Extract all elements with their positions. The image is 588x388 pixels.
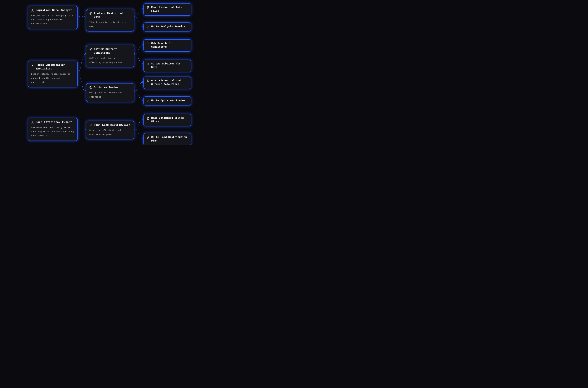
action-title: Write Optimized Routes — [151, 99, 185, 103]
task-node-analyze-historical-data[interactable]: Analyze Historical Data Identify pattern… — [86, 9, 134, 31]
person-icon — [31, 64, 34, 67]
task-desc: Create an efficient load distribution pl… — [89, 128, 131, 137]
svg-point-21 — [32, 121, 33, 122]
agent-node-route-optimization-specialist[interactable]: Route Optimization Specialist Design opt… — [28, 61, 78, 87]
task-check-icon — [89, 123, 92, 126]
task-desc: Identify patterns in shipping data. — [89, 20, 131, 29]
globe-icon — [147, 63, 149, 65]
task-node-plan-load-distribution[interactable]: Plan Load Distribution Create an efficie… — [86, 121, 134, 139]
svg-point-20 — [32, 64, 33, 65]
agent-node-logistics-data-analyst[interactable]: Logistics Data Analyst Analyze historica… — [28, 6, 78, 29]
task-desc: Design optimal routes for shipments. — [89, 91, 131, 99]
task-desc: Collect real-time data affecting shippin… — [89, 56, 131, 64]
action-title: Scrape Websites for Data — [151, 62, 188, 69]
action-node-write-optimized-routes[interactable]: Write Optimized Routes — [144, 97, 191, 105]
agent-title: Route Optimization Specialist — [36, 63, 74, 71]
workflow-canvas: .conn { stroke: #3d6bff; stroke-width: 2… — [0, 0, 236, 145]
task-check-icon — [89, 48, 92, 51]
task-title: Optimize Routes — [94, 86, 119, 90]
task-title: Analyze Historical Data — [94, 12, 131, 19]
pencil-icon — [147, 136, 149, 139]
svg-point-19 — [32, 9, 33, 10]
action-title: Write Analysis Results — [151, 25, 185, 29]
person-icon — [31, 121, 34, 124]
search-icon — [147, 42, 149, 45]
task-check-icon — [89, 86, 92, 89]
action-node-scrape-websites-for-data[interactable]: Scrape Websites for Data — [144, 60, 191, 72]
document-icon — [147, 79, 149, 82]
task-check-icon — [89, 12, 92, 15]
agent-desc: Design optimal routes based on current c… — [31, 72, 74, 84]
pencil-icon — [147, 25, 149, 28]
agent-title: Logistics Data Analyst — [36, 9, 72, 12]
action-node-read-optimized-routes-files[interactable]: Read Optimized Routes Files — [144, 114, 191, 126]
agent-desc: Analyze historical shipping data and ide… — [31, 14, 74, 26]
document-icon — [147, 6, 149, 9]
document-icon — [147, 117, 149, 120]
task-node-gather-current-conditions[interactable]: Gather Current Conditions Collect real-t… — [86, 45, 134, 67]
action-title: Read Historical and Current Data Files — [151, 79, 188, 86]
action-node-write-load-distribution-plan[interactable]: Write Load Distribution Plan — [144, 133, 191, 145]
action-node-write-analysis-results[interactable]: Write Analysis Results — [144, 23, 191, 31]
action-title: Write Load Distribution Plan — [151, 136, 188, 143]
pencil-icon — [147, 99, 149, 102]
action-title: Web Search for Conditions — [151, 42, 188, 49]
person-icon — [31, 9, 34, 12]
agent-desc: Maximize load efficiency while adhering … — [31, 125, 74, 138]
action-node-web-search-for-conditions[interactable]: Web Search for Conditions — [144, 39, 191, 52]
task-node-optimize-routes[interactable]: Optimize Routes Design optimal routes fo… — [86, 83, 134, 102]
task-title: Plan Load Distribution — [94, 123, 130, 127]
task-title: Gather Current Conditions — [94, 48, 131, 55]
agent-node-load-efficiency-expert[interactable]: Load Efficiency Expert Maximize load eff… — [28, 118, 78, 141]
agent-title: Load Efficiency Expert — [36, 121, 72, 124]
svg-point-26 — [147, 43, 149, 44]
action-title: Read Optimized Routes Files — [151, 117, 188, 123]
action-node-read-historical-data-files[interactable]: Read Historical Data Files — [144, 3, 191, 16]
action-title: Read Historical Data Files — [151, 6, 188, 13]
action-node-read-historical-and-current-data-files[interactable]: Read Historical and Current Data Files — [144, 76, 191, 89]
